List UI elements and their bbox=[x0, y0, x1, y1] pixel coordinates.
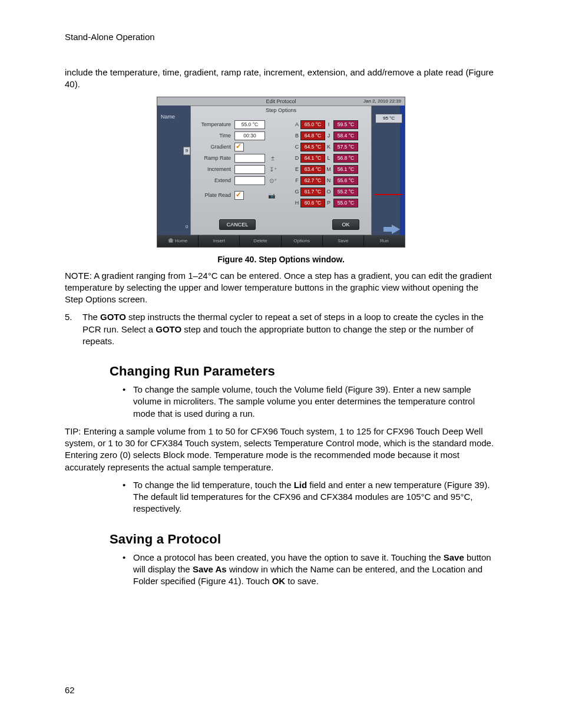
blue-edge bbox=[400, 106, 405, 235]
grad-row-letter: K bbox=[325, 144, 332, 150]
goto-keyword: GOTO bbox=[100, 312, 126, 322]
cancel-button[interactable]: CANCEL bbox=[219, 219, 256, 230]
grad-cell[interactable]: 65.0 °C bbox=[300, 120, 325, 129]
grad-cell[interactable]: 60.6 °C bbox=[300, 199, 325, 207]
goto-keyword: GOTO bbox=[156, 324, 181, 334]
increment-icon: ↧⁺ bbox=[269, 165, 277, 173]
gradient-label: Gradient bbox=[197, 144, 234, 150]
grad-cell[interactable]: 62.7 °C bbox=[300, 176, 325, 185]
list-item-5: 5. The GOTO step instructs the thermal c… bbox=[65, 311, 497, 347]
grad-cell[interactable]: 64.1 °C bbox=[300, 154, 325, 163]
grad-cell[interactable]: 57.5 °C bbox=[333, 143, 358, 151]
grad-cell[interactable]: 61.7 °C bbox=[300, 187, 325, 196]
gradient-table: A65.0 °CI59.5 °C B64.8 °CJ58.4 °C C64.5 … bbox=[293, 119, 358, 209]
grad-row-letter: J bbox=[325, 133, 332, 139]
grad-cell[interactable]: 55.6 °C bbox=[333, 176, 358, 185]
grad-cell[interactable]: 58.4 °C bbox=[333, 131, 358, 140]
left-panel: Name 9 0 bbox=[157, 106, 190, 235]
bullet: • bbox=[123, 479, 133, 515]
page-number: 62 bbox=[65, 685, 75, 695]
t: The bbox=[82, 312, 100, 322]
delete-tab[interactable]: Delete bbox=[240, 235, 281, 247]
list-item-5-text: The GOTO step instructs the thermal cycl… bbox=[82, 311, 497, 347]
run-arrow-icon-head[interactable] bbox=[392, 225, 400, 234]
extend-field[interactable] bbox=[234, 176, 265, 185]
window-title-bar: Edit Protocol Jan 2, 2010 22:39 bbox=[157, 97, 405, 106]
running-head: Stand-Alone Operation bbox=[65, 32, 497, 42]
grad-cell[interactable]: 55.0 °C bbox=[333, 199, 358, 207]
ramp-rate-icon: ± bbox=[269, 154, 277, 162]
tip-paragraph: TIP: Entering a sample volume from 1 to … bbox=[65, 426, 497, 473]
right-panel: 95 °C bbox=[372, 106, 405, 235]
intro-paragraph: include the temperature, time, gradient,… bbox=[65, 67, 497, 91]
lid-keyword: Lid bbox=[294, 480, 308, 490]
heading-changing-run-parameters: Changing Run Parameters bbox=[110, 364, 497, 379]
temperature-label: Temperature bbox=[197, 121, 234, 127]
home-tab[interactable]: Home bbox=[157, 235, 199, 247]
time-field[interactable]: 00:30 bbox=[234, 131, 265, 140]
lid-temp-box[interactable]: 95 °C bbox=[375, 114, 402, 123]
axis-tick-9: 9 bbox=[183, 147, 190, 155]
ramp-rate-field[interactable] bbox=[234, 154, 265, 163]
bullet-sample-volume: • To change the sample volume, touch the… bbox=[123, 384, 497, 420]
grad-cell[interactable]: 56.8 °C bbox=[333, 154, 358, 163]
grad-row-letter: I bbox=[325, 121, 332, 127]
list-number: 5. bbox=[65, 311, 82, 347]
temperature-field[interactable]: 55.0 °C bbox=[234, 120, 265, 129]
grad-row-letter: E bbox=[293, 166, 300, 172]
ok-button[interactable]: OK bbox=[332, 219, 359, 230]
increment-field[interactable] bbox=[234, 165, 265, 174]
insert-tab[interactable]: Insert bbox=[199, 235, 240, 247]
grad-row-letter: M bbox=[325, 166, 332, 172]
save-keyword: Save bbox=[444, 552, 464, 562]
grad-row-letter: N bbox=[325, 177, 332, 183]
grad-row-letter: A bbox=[293, 121, 300, 127]
grad-row-letter: L bbox=[325, 155, 332, 161]
save-as-keyword: Save As bbox=[193, 564, 227, 574]
window-title: Edit Protocol bbox=[266, 98, 296, 104]
bullet-save-protocol: • Once a protocol has been created, you … bbox=[123, 552, 497, 588]
figure-caption: Figure 40. Step Options window. bbox=[65, 255, 497, 264]
extend-label: Extend bbox=[197, 177, 234, 183]
save-tab[interactable]: Save bbox=[323, 235, 364, 247]
grad-row-letter: G bbox=[293, 189, 300, 195]
figure-step-options: Edit Protocol Jan 2, 2010 22:39 Name 9 0… bbox=[157, 97, 405, 248]
grad-row-letter: H bbox=[293, 200, 300, 206]
t: Once a protocol has been created, you ha… bbox=[133, 552, 444, 562]
grad-cell[interactable]: 64.8 °C bbox=[300, 131, 325, 140]
home-tab-label: Home bbox=[175, 238, 187, 243]
bottom-toolbar: Home Insert Delete Options Save Run bbox=[157, 235, 405, 247]
extend-icon: ⊙⁺ bbox=[269, 176, 277, 185]
t: to save. bbox=[285, 576, 319, 586]
increment-label: Increment bbox=[197, 166, 234, 172]
grad-row-letter: P bbox=[325, 200, 332, 206]
plot-line bbox=[374, 194, 402, 195]
plate-read-checkbox[interactable] bbox=[234, 191, 244, 200]
options-tab[interactable]: Options bbox=[282, 235, 323, 247]
plate-read-label: Plate Read bbox=[197, 192, 234, 198]
option-fields: Temperature 55.0 °C Time 00:30 Gradient … bbox=[197, 119, 285, 201]
grad-cell[interactable]: 63.4 °C bbox=[300, 165, 325, 174]
ramp-rate-label: Ramp Rate bbox=[197, 155, 234, 161]
note-paragraph: NOTE: A gradient ranging from 1–24°C can… bbox=[65, 270, 497, 306]
grad-row-letter: O bbox=[325, 189, 332, 195]
bullet: • bbox=[123, 384, 133, 420]
grad-row-letter: D bbox=[293, 155, 300, 161]
bullet: • bbox=[123, 552, 133, 588]
heading-saving-protocol: Saving a Protocol bbox=[110, 532, 497, 547]
grad-cell[interactable]: 64.5 °C bbox=[300, 143, 325, 151]
window-timestamp: Jan 2, 2010 22:39 bbox=[363, 97, 401, 106]
gradient-checkbox[interactable] bbox=[234, 143, 244, 151]
bullet-lid-temperature: • To change the lid temperature, touch t… bbox=[123, 479, 497, 515]
grad-cell[interactable]: 55.2 °C bbox=[333, 187, 358, 196]
grad-cell[interactable]: 59.5 °C bbox=[333, 120, 358, 129]
ok-keyword: OK bbox=[272, 576, 286, 586]
time-label: Time bbox=[197, 133, 234, 139]
grad-row-letter: C bbox=[293, 144, 300, 150]
run-tab[interactable]: Run bbox=[364, 235, 405, 247]
grad-row-letter: B bbox=[293, 133, 300, 139]
grad-cell[interactable]: 56.1 °C bbox=[333, 165, 358, 174]
step-options-modal: Step Options Temperature 55.0 °C Time 00… bbox=[190, 106, 372, 235]
bullet-text: To change the sample volume, touch the V… bbox=[133, 384, 497, 420]
run-arrow-icon[interactable] bbox=[384, 227, 392, 232]
